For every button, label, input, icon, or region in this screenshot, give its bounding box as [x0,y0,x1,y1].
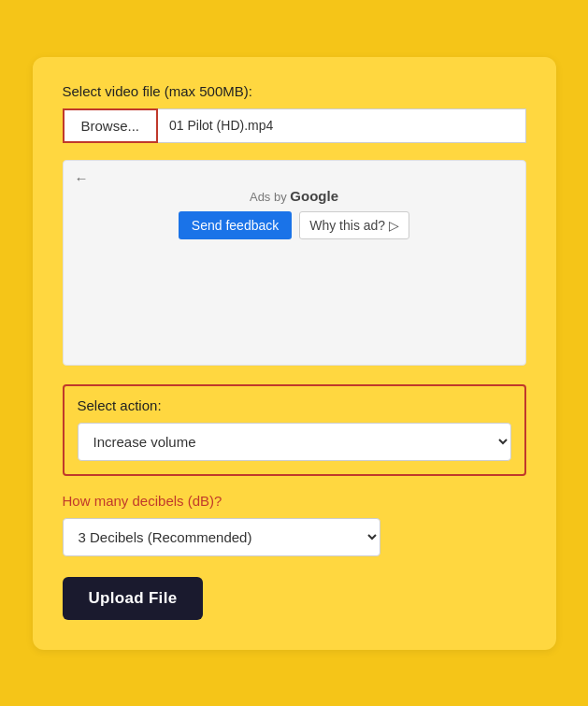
ads-by-google-label: Ads by Google [75,188,514,204]
action-select[interactable]: Increase volume Decrease volume Normaliz… [78,423,511,461]
upload-button[interactable]: Upload File [63,577,204,620]
file-input-row: Browse... 01 Pilot (HD).mp4 [63,108,526,143]
action-section-label: Select action: [78,397,511,413]
decibels-select[interactable]: 1 Decibel 2 Decibels 3 Decibels (Recomme… [63,518,380,556]
action-section: Select action: Increase volume Decrease … [63,384,526,476]
ad-buttons-row: Send feedback Why this ad? ▷ [75,211,514,239]
decibels-label: How many decibels (dB)? [63,493,526,509]
file-section-label: Select video file (max 500MB): [63,83,526,99]
send-feedback-button[interactable]: Send feedback [179,211,292,239]
main-card: Select video file (max 500MB): Browse...… [33,57,556,650]
ad-back-arrow[interactable]: ← [75,170,89,186]
browse-button[interactable]: Browse... [63,108,159,143]
file-name-display: 01 Pilot (HD).mp4 [158,108,525,143]
ad-box: ← Ads by Google Send feedback Why this a… [63,160,526,366]
why-this-ad-button[interactable]: Why this ad? ▷ [299,211,409,239]
